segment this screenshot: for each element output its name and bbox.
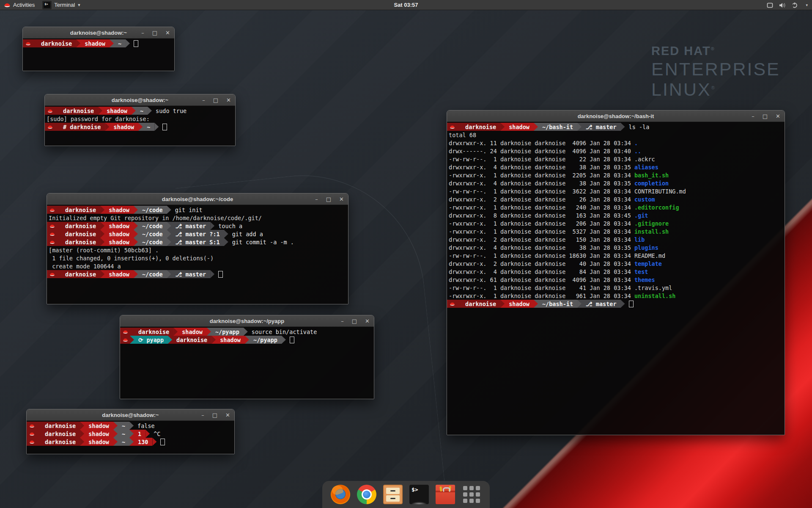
file-name: install.sh — [634, 228, 669, 235]
prompt-segment-path: ~ — [114, 39, 126, 47]
powerline-separator-icon — [534, 123, 538, 131]
titlebar[interactable]: darknoise@shadow:~/pyapp–□✕ — [120, 315, 374, 327]
titlebar[interactable]: darknoise@shadow:~–□✕ — [27, 409, 234, 421]
prompt-segment-git: ⎇ master S:1 — [171, 238, 224, 246]
terminal-content[interactable]: darknoiseshadow~/codegit initInitialized… — [47, 205, 348, 304]
prompt-segment-user: darknoise — [37, 39, 76, 47]
app-menu-terminal[interactable]: $> Terminal ▼ — [38, 0, 85, 10]
file-name: themes — [634, 276, 655, 283]
powerline-separator-icon — [36, 438, 41, 446]
redhat-icon — [25, 41, 31, 46]
minimize-button[interactable]: – — [752, 113, 754, 119]
prompt-line: darknoiseshadow~/codegit init — [47, 206, 348, 214]
powerline-separator-icon — [621, 123, 625, 131]
terminal-window[interactable]: darknoise@shadow:~–□✕darknoiseshadow~fal… — [26, 409, 235, 454]
prompt-segment-host: shadow — [109, 123, 138, 131]
powerline-separator-icon — [57, 206, 61, 214]
clock[interactable]: Sat 03:57 — [394, 2, 418, 8]
powerline-separator-icon — [130, 328, 134, 336]
powerline-separator-icon — [76, 39, 80, 47]
file-name: .travis.yml — [634, 284, 672, 291]
prompt-segment-path: ~/pyapp — [211, 328, 244, 336]
powerline-separator-icon — [145, 430, 150, 438]
command-text: false — [137, 422, 155, 429]
dock-app-grid-icon[interactable] — [462, 485, 481, 504]
minimize-button[interactable]: – — [315, 196, 318, 202]
titlebar[interactable]: darknoise@shadow:~/code–□✕ — [47, 193, 348, 205]
file-name: bash_it.sh — [634, 172, 669, 179]
maximize-button[interactable]: □ — [212, 412, 217, 418]
terminal-content[interactable]: darknoiseshadow~/pyappsource bin/activat… — [120, 327, 374, 399]
close-button[interactable]: ✕ — [226, 97, 231, 103]
powerline-separator-icon — [55, 123, 59, 131]
prompt-segment-rh — [447, 300, 457, 308]
file-list-row: drwxrwxr-x. 11 darknoise darknoise 4096 … — [447, 139, 785, 147]
file-list-row: -rw-rw-r--. 1 darknoise darknoise 3622 J… — [447, 187, 785, 195]
terminal-cursor — [134, 40, 138, 47]
terminal-window[interactable]: darknoise@shadow:~/bash-it–□✕darknoisesh… — [447, 110, 785, 435]
minimize-button[interactable]: – — [202, 97, 205, 103]
minimize-button[interactable]: – — [201, 412, 204, 418]
close-button[interactable]: ✕ — [225, 412, 230, 418]
maximize-button[interactable]: □ — [213, 97, 218, 103]
terminal-window[interactable]: darknoise@shadow:~/pyapp–□✕darknoiseshad… — [120, 315, 374, 399]
system-menu-chevron-icon[interactable]: ▾ — [806, 3, 808, 7]
prompt-segment-user: darknoise — [461, 300, 500, 308]
powerline-separator-icon — [33, 39, 37, 47]
terminal-content[interactable]: darknoiseshadow~falsedarknoiseshadow~1^C… — [27, 421, 234, 454]
prompt-segment-rh — [120, 328, 130, 336]
powerline-separator-icon — [152, 438, 156, 446]
maximize-button[interactable]: □ — [352, 318, 357, 324]
maximize-button[interactable]: □ — [326, 196, 331, 202]
minimize-button[interactable]: – — [141, 30, 144, 36]
dock-terminal-icon[interactable]: $> — [409, 485, 429, 504]
terminal-content[interactable]: darknoiseshadow~ — [23, 39, 174, 71]
prompt-segment-path: ~/code — [138, 238, 167, 246]
close-button[interactable]: ✕ — [776, 113, 780, 119]
window-title: darknoise@shadow:~ — [70, 30, 127, 36]
prompt-segment-git: ⎇ master — [171, 222, 210, 230]
powerline-separator-icon — [173, 328, 178, 336]
titlebar[interactable]: darknoise@shadow:~–□✕ — [23, 27, 174, 39]
prompt-line: darknoiseshadow~1^C — [27, 430, 234, 438]
prompt-segment-exit: 1 — [134, 430, 145, 438]
titlebar[interactable]: darknoise@shadow:~/bash-it–□✕ — [447, 110, 785, 122]
close-button[interactable]: ✕ — [165, 30, 170, 36]
prompt-segment-user: darknoise — [41, 422, 80, 430]
terminal-window[interactable]: darknoise@shadow:~–□✕darknoiseshadow~ — [22, 27, 175, 71]
file-name: .. — [634, 148, 641, 155]
prompt-segment-path: ~ — [118, 438, 129, 446]
powerline-separator-icon — [100, 206, 104, 214]
activities-button[interactable]: Activities — [0, 0, 38, 10]
power-icon[interactable] — [792, 2, 798, 8]
titlebar[interactable]: darknoise@shadow:~–□✕ — [45, 94, 235, 106]
powerline-separator-icon — [129, 430, 134, 438]
minimize-button[interactable]: – — [341, 318, 344, 324]
terminal-content[interactable]: darknoiseshadow~/bash-it⎇ masterls -lato… — [447, 122, 785, 435]
dock-chrome-icon[interactable] — [357, 485, 376, 504]
screen-icon[interactable] — [767, 3, 773, 8]
dock-toolbox-icon[interactable] — [436, 485, 455, 504]
terminal-content[interactable]: darknoiseshadow~sudo true[sudo] password… — [45, 106, 235, 146]
redhat-icon — [29, 424, 35, 428]
volume-icon[interactable] — [779, 3, 786, 8]
prompt-segment-rh — [45, 123, 55, 131]
redhat-icon — [49, 232, 55, 236]
output-line: [master (root-commit) 50bcb63] . — [47, 246, 348, 254]
prompt-segment-git: ⎇ master — [582, 123, 620, 131]
file-attrs: -rw-rw-r--. 1 darknoise darknoise 41 Jan… — [449, 284, 634, 291]
file-name: plugins — [634, 244, 658, 251]
redhat-icon — [49, 224, 55, 228]
file-name: README.md — [634, 252, 665, 259]
dock-files-icon[interactable] — [383, 485, 403, 504]
powerline-separator-icon — [134, 222, 138, 230]
terminal-window[interactable]: darknoise@shadow:~/code–□✕darknoiseshado… — [47, 193, 348, 304]
maximize-button[interactable]: □ — [763, 113, 768, 119]
powerline-separator-icon — [134, 238, 138, 246]
terminal-window[interactable]: darknoise@shadow:~–□✕darknoiseshadow~sud… — [44, 94, 236, 146]
dock-firefox-icon[interactable] — [331, 485, 350, 504]
close-button[interactable]: ✕ — [339, 196, 344, 202]
maximize-button[interactable]: □ — [152, 30, 157, 36]
file-attrs: -rw-rw-r--. 1 darknoise darknoise 18630 … — [449, 252, 634, 259]
close-button[interactable]: ✕ — [365, 318, 370, 324]
